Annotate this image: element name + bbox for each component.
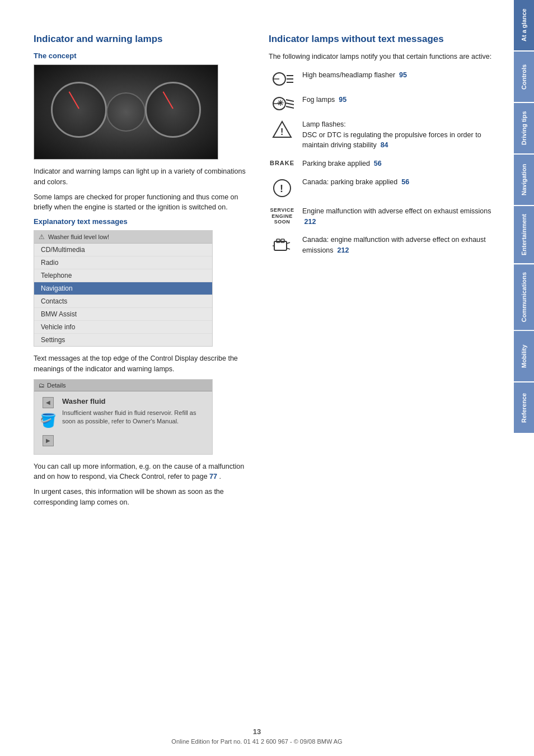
sidebar-tab-reference[interactable]: Reference xyxy=(514,382,534,433)
details-mockup: 🗂 Details ◀ 🪣 ▶ Washer fluid Insufficien… xyxy=(34,379,213,455)
indicator-service: SERVICEENGINESOON Engine malfunction wit… xyxy=(269,206,497,227)
sidebar-tab-at-glance[interactable]: At a glance xyxy=(514,0,534,50)
details-caption: You can call up more information, e.g. o… xyxy=(34,461,252,483)
indicator-canada-engine: Canada: engine malfunction with adverse … xyxy=(269,235,497,256)
brake-icon: BRAKE xyxy=(269,158,296,166)
sidebar-tab-controls[interactable]: Controls xyxy=(514,52,534,102)
indicator-highbeam: High beams/headlamp flasher 95 xyxy=(269,70,497,87)
brake-ref[interactable]: 56 xyxy=(374,160,382,167)
details-icon: 🗂 xyxy=(39,382,45,389)
menu-item-navigation[interactable]: Navigation xyxy=(34,282,212,295)
details-caption-link[interactable]: 77 xyxy=(209,473,217,480)
svg-line-7 xyxy=(286,100,294,101)
indicator-intro: The following indicator lamps notify you… xyxy=(269,52,497,62)
gauge-center xyxy=(106,92,146,132)
menu-item-radio[interactable]: Radio xyxy=(34,256,212,269)
page-container: Indicator and warning lamps The concept xyxy=(0,0,534,756)
explanatory-title: Explanatory text messages xyxy=(34,217,252,226)
svg-line-9 xyxy=(286,106,294,108)
exclamation-circle-icon: ! xyxy=(269,177,296,198)
brake-label: BRAKE xyxy=(270,160,294,166)
details-body: ◀ 🪣 ▶ Washer fluid Insufficient washer f… xyxy=(34,391,212,454)
menu-item-vehicle-info[interactable]: Vehicle info xyxy=(34,321,212,334)
menu-header: ⚠ Washer fluid level low! xyxy=(34,231,212,244)
indicator-brake: BRAKE Parking brake applied 56 xyxy=(269,158,497,169)
body-text-1: Indicator and warning lamps can light up… xyxy=(34,166,252,188)
play-button[interactable]: ▶ xyxy=(43,435,54,446)
fog-ref[interactable]: 95 xyxy=(339,96,346,104)
gauge-right xyxy=(145,82,201,138)
menu-item-contacts[interactable]: Contacts xyxy=(34,295,212,308)
washer-fluid-icon: 🪣 xyxy=(40,413,57,428)
menu-item-cdmultimedia[interactable]: CD/Multimedia xyxy=(34,244,212,256)
highbeam-text: High beams/headlamp flasher 95 xyxy=(302,70,497,81)
svg-text:!: ! xyxy=(280,127,283,137)
service-engine-icon: SERVICEENGINESOON xyxy=(269,206,296,225)
svg-line-8 xyxy=(286,103,294,105)
details-left: ◀ 🪣 ▶ xyxy=(40,397,57,449)
engine-shape-icon xyxy=(269,235,296,256)
sidebar-tab-navigation[interactable]: Navigation xyxy=(514,155,534,205)
footer-text: Online Edition for Part no. 01 41 2 600 … xyxy=(0,738,514,745)
warning-icon: ⚠ xyxy=(39,233,45,241)
left-column: Indicator and warning lamps The concept xyxy=(34,34,252,512)
section-title: Indicator and warning lamps xyxy=(34,34,252,45)
gauge-needle-right xyxy=(163,91,174,109)
brake-text-content: Parking brake applied 56 xyxy=(302,158,497,169)
fog-text: Fog lamps 95 xyxy=(302,95,497,105)
cluster-inner xyxy=(34,65,218,159)
back-button[interactable]: ◀ xyxy=(43,397,54,408)
sidebar-tab-entertainment[interactable]: Entertainment xyxy=(514,206,534,263)
concept-title: The concept xyxy=(34,52,252,60)
canada-engine-text: Canada: engine malfunction with adverse … xyxy=(302,235,497,256)
menu-item-bmw-assist[interactable]: BMW Assist xyxy=(34,308,212,321)
canada-engine-ref[interactable]: 212 xyxy=(338,246,349,254)
right-column: Indicator lamps without text messages Th… xyxy=(269,34,497,512)
page-number: 13 xyxy=(0,727,514,736)
menu-item-telephone[interactable]: Telephone xyxy=(34,269,212,282)
sidebar: At a glance Controls Driving tips Naviga… xyxy=(514,0,534,756)
svg-text:!: ! xyxy=(280,183,283,194)
two-column-layout: Indicator and warning lamps The concept xyxy=(34,34,497,512)
washer-fluid-description: Insufficient washer fluid in fluid reser… xyxy=(62,409,207,426)
details-caption-text-2: . xyxy=(219,473,221,480)
menu-mockup: ⚠ Washer fluid level low! CD/Multimedia … xyxy=(34,230,213,347)
dsc-text: Lamp flashes: DSC or DTC is regulating t… xyxy=(302,119,497,151)
indicator-fog: ✳ Fog lamps 95 xyxy=(269,95,497,111)
svg-text:✳: ✳ xyxy=(277,99,284,108)
canada-brake-ref[interactable]: 56 xyxy=(401,178,409,186)
indicator-dsc: ! Lamp flashes: DSC or DTC is regulating… xyxy=(269,119,497,151)
details-right: Washer fluid Insufficient washer fluid i… xyxy=(62,397,207,449)
body-text-2: Some lamps are checked for proper functi… xyxy=(34,192,252,213)
menu-caption: Text messages at the top edge of the Con… xyxy=(34,353,252,375)
right-section-title: Indicator lamps without text messages xyxy=(269,34,497,45)
gauge-needle-left xyxy=(69,91,79,109)
details-header: 🗂 Details xyxy=(34,380,212,391)
instrument-cluster-image xyxy=(34,64,218,160)
dsc-ref[interactable]: 84 xyxy=(381,141,388,149)
fog-icon: ✳ xyxy=(269,95,296,111)
menu-header-text: Washer fluid level low! xyxy=(48,234,109,240)
highbeam-ref[interactable]: 95 xyxy=(399,71,407,79)
service-engine-text: Engine malfunction with adverse effect o… xyxy=(302,206,497,227)
triangle-icon: ! xyxy=(269,119,296,138)
service-text-label: SERVICEENGINESOON xyxy=(270,207,294,225)
sidebar-tab-driving[interactable]: Driving tips xyxy=(514,103,534,153)
page-footer: 13 Online Edition for Part no. 01 41 2 6… xyxy=(0,727,514,745)
menu-item-settings[interactable]: Settings xyxy=(34,334,212,346)
sidebar-tab-communications[interactable]: Communications xyxy=(514,264,534,330)
washer-fluid-label: Washer fluid xyxy=(62,397,207,405)
indicator-list: High beams/headlamp flasher 95 xyxy=(269,70,497,256)
details-caption-3: In urgent cases, this information will b… xyxy=(34,487,252,508)
gauge-left xyxy=(51,82,107,138)
details-header-label: Details xyxy=(47,382,66,389)
canada-brake-text: Canada: parking brake applied 56 xyxy=(302,177,497,188)
highbeam-icon xyxy=(269,70,296,87)
indicator-canada-brake: ! Canada: parking brake applied 56 xyxy=(269,177,497,198)
svg-rect-15 xyxy=(274,241,287,250)
sidebar-tab-mobility[interactable]: Mobility xyxy=(514,331,534,381)
main-content: Indicator and warning lamps The concept xyxy=(0,0,514,756)
service-ref[interactable]: 212 xyxy=(304,218,316,226)
